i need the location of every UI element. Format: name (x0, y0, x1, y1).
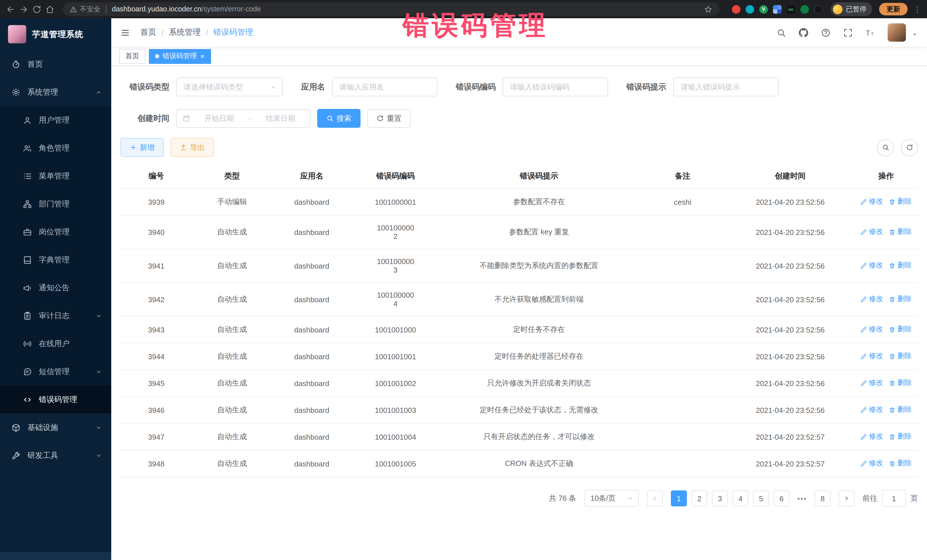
sidebar-item-用户管理[interactable]: 用户管理 (0, 106, 111, 134)
help-icon[interactable] (821, 28, 831, 37)
home-icon[interactable] (45, 4, 55, 14)
sidebar-item-通知公告[interactable]: 通知公告 (0, 274, 111, 302)
sidebar-collapse-bar[interactable] (0, 552, 111, 560)
reload-icon[interactable] (32, 4, 42, 14)
cell-time: 2021-04-20 23:52:56 (726, 370, 854, 397)
refresh-table-button[interactable] (901, 139, 918, 156)
sidebar-item-系统管理[interactable]: 系统管理 (0, 78, 111, 106)
page-3-button[interactable]: 3 (712, 490, 728, 506)
extension-v-icon[interactable]: V (759, 5, 768, 14)
fullscreen-icon[interactable] (843, 28, 853, 37)
back-icon[interactable] (6, 4, 15, 14)
delete-link[interactable]: 删除 (889, 197, 912, 207)
reset-button[interactable]: 重置 (368, 109, 411, 128)
delete-link[interactable]: 删除 (889, 405, 912, 415)
cell-id: 3942 (120, 282, 192, 316)
font-size-icon[interactable]: TT (865, 28, 875, 37)
toggle-search-button[interactable] (877, 139, 894, 156)
megaphone-icon (23, 283, 32, 292)
delete-link[interactable]: 删除 (889, 325, 912, 334)
page-2-button[interactable]: 2 (691, 490, 707, 506)
edit-link[interactable]: 修改 (860, 405, 883, 415)
chevron-down-icon (95, 452, 102, 459)
sidebar-item-首页[interactable]: 首页 (0, 50, 111, 78)
edit-link[interactable]: 修改 (860, 261, 883, 270)
delete-link[interactable]: 删除 (889, 432, 912, 442)
cell-app: dashboard (272, 282, 352, 316)
caret-down-icon[interactable] (912, 29, 918, 36)
sidebar-item-角色管理[interactable]: 角色管理 (0, 134, 111, 162)
sidebar-item-错误码管理[interactable]: 错误码管理 (0, 385, 111, 413)
type-filter-select[interactable]: 请选择错误码类型 (176, 77, 283, 96)
sidebar-item-菜单管理[interactable]: 菜单管理 (0, 162, 111, 190)
address-bar[interactable]: 不安全 | dashboard.yudao.iocoder.cn/system/… (63, 2, 719, 16)
overflow-menu-icon[interactable]: ⋮ (913, 5, 921, 14)
tab-home[interactable]: 首页 (119, 49, 146, 64)
breadcrumb-system[interactable]: 系统管理 (169, 27, 201, 38)
edit-link[interactable]: 修改 (860, 432, 883, 442)
code-filter-input[interactable] (503, 77, 608, 96)
hint-filter-input[interactable] (673, 77, 779, 96)
extension-paw-icon[interactable] (814, 5, 823, 14)
edit-link[interactable]: 修改 (860, 197, 883, 207)
pagination-ellipsis[interactable]: ••• (794, 490, 810, 506)
edit-link[interactable]: 修改 (860, 227, 883, 237)
tab-label: 错误码管理 (163, 51, 197, 61)
sidebar-item-岗位管理[interactable]: 岗位管理 (0, 218, 111, 246)
sidebar-item-字典管理[interactable]: 字典管理 (0, 246, 111, 274)
app-logo[interactable]: 芋道管理系统 (0, 18, 111, 50)
edit-link[interactable]: 修改 (860, 294, 883, 304)
page-6-button[interactable]: 6 (774, 490, 790, 506)
hamburger-icon[interactable] (120, 28, 130, 37)
extension-leaf-icon[interactable] (800, 5, 809, 14)
browser-update-button[interactable]: 更新 (879, 3, 907, 15)
browser-profile-chip[interactable]: 已暂停 (831, 2, 872, 16)
add-button[interactable]: 新增 (120, 138, 164, 157)
next-page-button[interactable] (839, 490, 854, 506)
bookmark-star-icon[interactable] (704, 5, 713, 14)
extension-on-icon[interactable]: on (787, 5, 795, 14)
edit-link[interactable]: 修改 (860, 352, 883, 361)
wrench-icon (11, 451, 21, 460)
delete-link[interactable]: 删除 (889, 261, 912, 270)
page-size-select[interactable]: 10条/页 (584, 490, 639, 507)
delete-link[interactable]: 删除 (889, 459, 912, 469)
export-button[interactable]: 导出 (170, 138, 214, 157)
delete-link[interactable]: 删除 (889, 378, 912, 388)
page-1-button[interactable]: 1 (671, 490, 687, 506)
edit-link[interactable]: 修改 (860, 325, 883, 334)
extension-teal-icon[interactable] (746, 5, 754, 14)
sidebar-item-审计日志[interactable]: 审计日志 (0, 302, 111, 329)
security-status[interactable]: 不安全 (70, 4, 100, 14)
sidebar-item-label: 部门管理 (39, 199, 70, 209)
extension-grid-icon[interactable] (773, 5, 781, 14)
sidebar-item-部门管理[interactable]: 部门管理 (0, 190, 111, 218)
extension-red-icon[interactable] (732, 5, 740, 14)
date-range-picker[interactable]: 开始日期 - 结束日期 (176, 109, 310, 128)
sidebar-item-短信管理[interactable]: 短信管理 (0, 358, 111, 385)
github-icon[interactable] (799, 28, 808, 37)
sidebar-item-研发工具[interactable]: 研发工具 (0, 442, 111, 469)
page-5-button[interactable]: 5 (753, 490, 769, 506)
avatar[interactable] (887, 23, 906, 42)
edit-link[interactable]: 修改 (860, 378, 883, 388)
goto-page-input[interactable] (882, 490, 906, 507)
sidebar-item-基础设施[interactable]: 基础设施 (0, 413, 111, 442)
page-4-button[interactable]: 4 (732, 490, 748, 506)
sidebar-item-在线用户[interactable]: 在线用户 (0, 329, 111, 358)
search-icon[interactable] (777, 28, 786, 37)
app-filter-input[interactable] (332, 77, 438, 96)
prev-page-button[interactable] (647, 490, 663, 506)
delete-link[interactable]: 删除 (889, 352, 912, 361)
tab-error-code[interactable]: 错误码管理 × (149, 49, 211, 64)
filter-row-2: 创建时间 开始日期 - 结束日期 搜索 重置 (120, 109, 918, 128)
sidebar-item-label: 首页 (27, 59, 43, 69)
page-8-button[interactable]: 8 (815, 490, 831, 506)
close-icon[interactable]: × (200, 52, 205, 60)
forward-icon[interactable] (19, 4, 29, 14)
delete-link[interactable]: 删除 (889, 227, 912, 237)
edit-link[interactable]: 修改 (860, 459, 883, 469)
breadcrumb-home[interactable]: 首页 (140, 27, 156, 38)
search-button[interactable]: 搜索 (317, 109, 360, 128)
delete-link[interactable]: 删除 (889, 294, 912, 304)
